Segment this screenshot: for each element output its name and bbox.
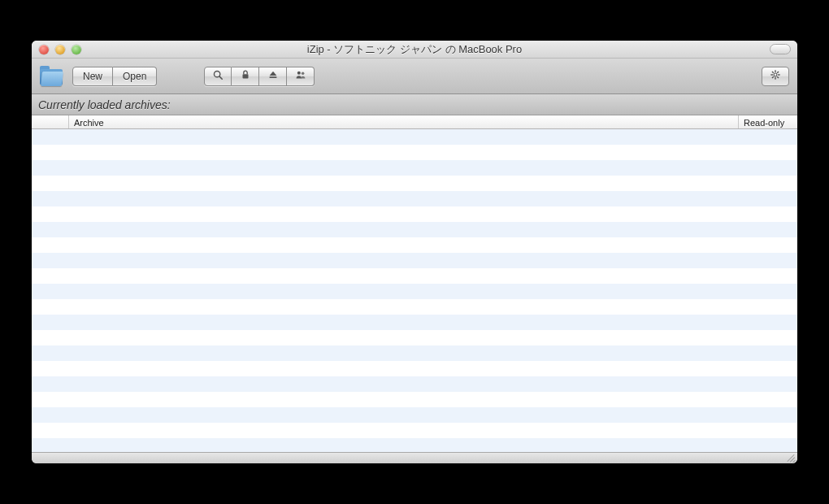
svg-rect-14 [771,71,774,73]
traffic-lights [32,45,81,54]
table-row[interactable] [32,423,797,438]
column-archive[interactable]: Archive [69,115,739,128]
svg-rect-11 [778,74,780,75]
table-header: Archive Read-only [32,115,797,129]
table-row[interactable] [32,345,797,361]
window-title: iZip - ソフトニック ジャパン の MacBook Pro [32,42,797,57]
section-heading: Currently loaded archives: [32,94,797,115]
new-button[interactable]: New [72,67,113,86]
zoom-button[interactable] [72,45,81,54]
table-row[interactable] [32,206,797,222]
toolbar-toggle-capsule[interactable] [770,44,791,54]
users-button[interactable] [287,67,315,86]
app-window: iZip - ソフトニック ジャパン の MacBook Pro New Ope… [32,41,797,463]
search-button[interactable] [204,67,232,86]
svg-point-5 [297,72,301,75]
table-row[interactable] [32,392,797,407]
column-handle[interactable] [32,115,69,128]
svg-marker-3 [270,72,277,76]
action-segment [204,67,315,86]
search-icon [212,69,224,83]
resize-grip[interactable] [786,453,796,463]
table-row[interactable] [32,253,797,268]
table-row[interactable] [32,129,797,145]
table-row[interactable] [32,160,797,176]
table-row[interactable] [32,299,797,315]
folder-icon[interactable] [40,66,64,87]
table-row[interactable] [32,315,797,330]
eject-button[interactable] [259,67,287,86]
table-row[interactable] [32,361,797,376]
table-row[interactable] [32,284,797,299]
titlebar: iZip - ソフトニック ジャパン の MacBook Pro [32,41,797,59]
eject-icon [267,69,279,83]
table-row[interactable] [32,176,797,191]
column-readonly[interactable]: Read-only [739,115,797,128]
table-row[interactable] [32,222,797,237]
table-row[interactable] [32,376,797,392]
lock-icon [240,69,251,83]
svg-rect-10 [770,74,773,75]
svg-line-1 [219,76,222,79]
statusbar [32,452,797,463]
svg-rect-8 [775,70,775,72]
table-row[interactable] [32,191,797,206]
svg-point-7 [774,73,777,76]
lock-button[interactable] [232,67,259,86]
toolbar: New Open [32,59,797,94]
file-segment: New Open [72,67,157,86]
open-button[interactable]: Open [113,67,157,86]
table-row[interactable] [32,438,797,452]
table-row[interactable] [32,268,797,284]
svg-rect-12 [777,71,779,73]
minimize-button[interactable] [55,45,65,54]
svg-point-6 [302,72,305,76]
table-row[interactable] [32,407,797,423]
svg-rect-15 [777,76,779,79]
settings-button[interactable] [762,67,789,86]
table-body[interactable] [32,129,797,452]
close-button[interactable] [39,45,49,54]
users-icon [295,69,306,83]
table-row[interactable] [32,145,797,160]
table-row[interactable] [32,330,797,345]
svg-rect-13 [771,76,774,79]
gear-icon [770,69,781,83]
table-row[interactable] [32,237,797,253]
svg-rect-4 [270,76,277,78]
svg-rect-2 [242,74,248,78]
svg-rect-9 [775,77,775,80]
